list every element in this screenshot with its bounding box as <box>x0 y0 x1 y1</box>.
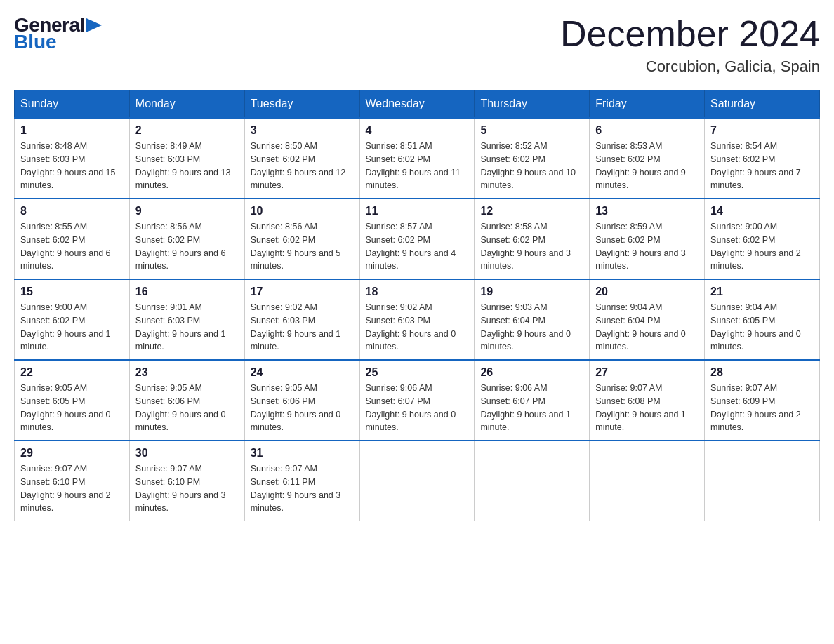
table-row: 26 Sunrise: 9:06 AM Sunset: 6:07 PM Dayl… <box>475 360 590 441</box>
table-row: 28 Sunrise: 9:07 AM Sunset: 6:09 PM Dayl… <box>705 360 820 441</box>
logo-arrow-icon <box>86 15 107 35</box>
day-number: 25 <box>366 366 469 379</box>
table-row: 5 Sunrise: 8:52 AM Sunset: 6:02 PM Dayli… <box>475 118 590 199</box>
day-number: 2 <box>135 124 239 137</box>
day-info: Sunrise: 9:07 AM Sunset: 6:10 PM Dayligh… <box>20 462 124 515</box>
table-row: 25 Sunrise: 9:06 AM Sunset: 6:07 PM Dayl… <box>359 360 475 441</box>
table-row <box>359 441 475 521</box>
table-row: 12 Sunrise: 8:58 AM Sunset: 6:02 PM Dayl… <box>475 199 590 279</box>
page-header: General Blue December 2024 Corcubion, Ga… <box>14 14 820 76</box>
table-row: 17 Sunrise: 9:02 AM Sunset: 6:03 PM Dayl… <box>244 279 359 360</box>
day-number: 11 <box>366 205 469 217</box>
week-row-1: 1 Sunrise: 8:48 AM Sunset: 6:03 PM Dayli… <box>15 118 820 199</box>
day-info: Sunrise: 9:00 AM Sunset: 6:02 PM Dayligh… <box>710 220 814 273</box>
table-row: 20 Sunrise: 9:04 AM Sunset: 6:04 PM Dayl… <box>590 279 705 360</box>
day-number: 29 <box>20 447 124 459</box>
table-row <box>475 441 590 521</box>
day-number: 28 <box>710 366 814 379</box>
table-row: 14 Sunrise: 9:00 AM Sunset: 6:02 PM Dayl… <box>705 199 820 279</box>
day-info: Sunrise: 8:51 AM Sunset: 6:02 PM Dayligh… <box>366 140 469 192</box>
day-info: Sunrise: 8:49 AM Sunset: 6:03 PM Dayligh… <box>135 140 239 192</box>
table-row: 22 Sunrise: 9:05 AM Sunset: 6:05 PM Dayl… <box>15 360 130 441</box>
day-number: 4 <box>366 124 469 137</box>
table-row: 23 Sunrise: 9:05 AM Sunset: 6:06 PM Dayl… <box>129 360 244 441</box>
day-info: Sunrise: 8:53 AM Sunset: 6:02 PM Dayligh… <box>595 140 699 192</box>
table-row <box>590 441 705 521</box>
day-number: 31 <box>251 447 354 459</box>
table-row: 3 Sunrise: 8:50 AM Sunset: 6:02 PM Dayli… <box>244 118 359 199</box>
table-row: 6 Sunrise: 8:53 AM Sunset: 6:02 PM Dayli… <box>590 118 705 199</box>
day-number: 15 <box>20 286 124 298</box>
table-row: 1 Sunrise: 8:48 AM Sunset: 6:03 PM Dayli… <box>15 118 130 199</box>
table-row: 8 Sunrise: 8:55 AM Sunset: 6:02 PM Dayli… <box>15 199 130 279</box>
day-number: 1 <box>20 124 124 137</box>
day-info: Sunrise: 8:56 AM Sunset: 6:02 PM Dayligh… <box>251 220 354 273</box>
logo-blue-text: Blue <box>14 31 57 53</box>
day-number: 13 <box>595 205 699 217</box>
day-info: Sunrise: 8:56 AM Sunset: 6:02 PM Dayligh… <box>135 220 239 273</box>
col-monday: Monday <box>129 90 244 119</box>
day-number: 18 <box>366 286 469 298</box>
logo: General Blue <box>14 14 107 53</box>
day-number: 10 <box>251 205 354 217</box>
table-row: 10 Sunrise: 8:56 AM Sunset: 6:02 PM Dayl… <box>244 199 359 279</box>
day-info: Sunrise: 9:07 AM Sunset: 6:09 PM Dayligh… <box>710 382 814 434</box>
day-info: Sunrise: 9:05 AM Sunset: 6:05 PM Dayligh… <box>20 382 124 434</box>
day-number: 8 <box>20 205 124 217</box>
day-info: Sunrise: 8:52 AM Sunset: 6:02 PM Dayligh… <box>480 140 583 192</box>
day-info: Sunrise: 9:07 AM Sunset: 6:10 PM Dayligh… <box>135 462 239 515</box>
svg-marker-0 <box>86 18 102 32</box>
day-number: 16 <box>135 286 239 298</box>
day-info: Sunrise: 8:54 AM Sunset: 6:02 PM Dayligh… <box>710 140 814 192</box>
day-info: Sunrise: 9:06 AM Sunset: 6:07 PM Dayligh… <box>366 382 469 434</box>
table-row: 16 Sunrise: 9:01 AM Sunset: 6:03 PM Dayl… <box>129 279 244 360</box>
day-number: 5 <box>480 124 583 137</box>
calendar-header-row: Sunday Monday Tuesday Wednesday Thursday… <box>15 90 820 119</box>
table-row: 18 Sunrise: 9:02 AM Sunset: 6:03 PM Dayl… <box>359 279 475 360</box>
day-info: Sunrise: 9:05 AM Sunset: 6:06 PM Dayligh… <box>135 382 239 434</box>
day-info: Sunrise: 9:00 AM Sunset: 6:02 PM Dayligh… <box>20 301 124 354</box>
col-wednesday: Wednesday <box>359 90 475 119</box>
day-info: Sunrise: 8:55 AM Sunset: 6:02 PM Dayligh… <box>20 220 124 273</box>
day-info: Sunrise: 8:58 AM Sunset: 6:02 PM Dayligh… <box>480 220 583 273</box>
day-number: 23 <box>135 366 239 379</box>
week-row-2: 8 Sunrise: 8:55 AM Sunset: 6:02 PM Dayli… <box>15 199 820 279</box>
day-number: 20 <box>595 286 699 298</box>
day-number: 27 <box>595 366 699 379</box>
day-info: Sunrise: 9:04 AM Sunset: 6:04 PM Dayligh… <box>595 301 699 354</box>
day-number: 3 <box>251 124 354 137</box>
day-info: Sunrise: 9:01 AM Sunset: 6:03 PM Dayligh… <box>135 301 239 354</box>
table-row: 7 Sunrise: 8:54 AM Sunset: 6:02 PM Dayli… <box>705 118 820 199</box>
day-number: 14 <box>710 205 814 217</box>
day-number: 7 <box>710 124 814 137</box>
table-row: 24 Sunrise: 9:05 AM Sunset: 6:06 PM Dayl… <box>244 360 359 441</box>
day-info: Sunrise: 9:04 AM Sunset: 6:05 PM Dayligh… <box>710 301 814 354</box>
col-saturday: Saturday <box>705 90 820 119</box>
location: Corcubion, Galicia, Spain <box>560 58 820 76</box>
table-row: 31 Sunrise: 9:07 AM Sunset: 6:11 PM Dayl… <box>244 441 359 521</box>
table-row: 9 Sunrise: 8:56 AM Sunset: 6:02 PM Dayli… <box>129 199 244 279</box>
day-number: 26 <box>480 366 583 379</box>
table-row: 13 Sunrise: 8:59 AM Sunset: 6:02 PM Dayl… <box>590 199 705 279</box>
table-row: 30 Sunrise: 9:07 AM Sunset: 6:10 PM Dayl… <box>129 441 244 521</box>
day-info: Sunrise: 8:59 AM Sunset: 6:02 PM Dayligh… <box>595 220 699 273</box>
table-row: 29 Sunrise: 9:07 AM Sunset: 6:10 PM Dayl… <box>15 441 130 521</box>
day-info: Sunrise: 9:07 AM Sunset: 6:11 PM Dayligh… <box>251 462 354 515</box>
day-info: Sunrise: 9:02 AM Sunset: 6:03 PM Dayligh… <box>366 301 469 354</box>
day-info: Sunrise: 9:03 AM Sunset: 6:04 PM Dayligh… <box>480 301 583 354</box>
day-number: 21 <box>710 286 814 298</box>
day-number: 22 <box>20 366 124 379</box>
day-info: Sunrise: 8:57 AM Sunset: 6:02 PM Dayligh… <box>366 220 469 273</box>
table-row: 21 Sunrise: 9:04 AM Sunset: 6:05 PM Dayl… <box>705 279 820 360</box>
month-title: December 2024 <box>560 14 820 54</box>
week-row-3: 15 Sunrise: 9:00 AM Sunset: 6:02 PM Dayl… <box>15 279 820 360</box>
day-number: 30 <box>135 447 239 459</box>
week-row-5: 29 Sunrise: 9:07 AM Sunset: 6:10 PM Dayl… <box>15 441 820 521</box>
day-info: Sunrise: 9:05 AM Sunset: 6:06 PM Dayligh… <box>251 382 354 434</box>
day-info: Sunrise: 9:07 AM Sunset: 6:08 PM Dayligh… <box>595 382 699 434</box>
col-tuesday: Tuesday <box>244 90 359 119</box>
day-info: Sunrise: 8:50 AM Sunset: 6:02 PM Dayligh… <box>251 140 354 192</box>
day-info: Sunrise: 8:48 AM Sunset: 6:03 PM Dayligh… <box>20 140 124 192</box>
day-number: 9 <box>135 205 239 217</box>
title-section: December 2024 Corcubion, Galicia, Spain <box>560 14 820 76</box>
